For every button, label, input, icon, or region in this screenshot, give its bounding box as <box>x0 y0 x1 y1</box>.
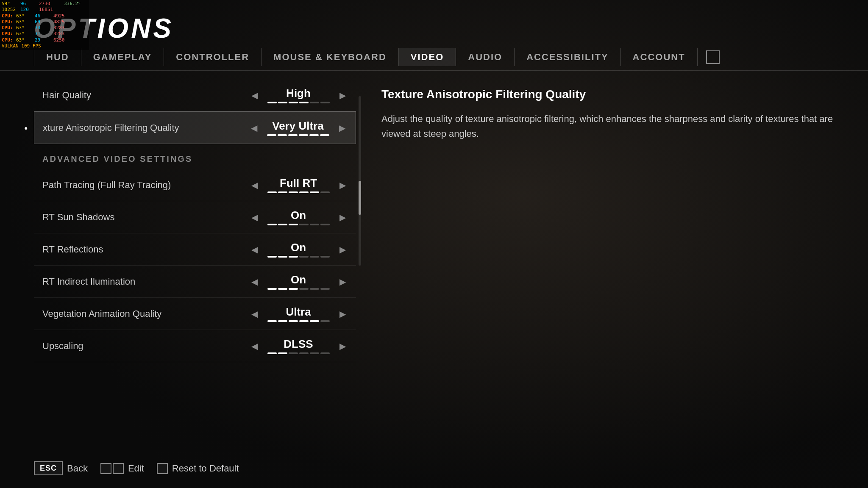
page-title: OPTIONS <box>34 13 868 44</box>
bar-seg <box>289 352 298 354</box>
bar-seg <box>310 256 319 258</box>
setting-value-hair-quality: High <box>286 87 311 100</box>
arrow-left-vegetation[interactable]: ◀ <box>249 309 259 319</box>
setting-value-path-tracing: Full RT <box>280 177 317 190</box>
bar-seg <box>299 224 309 225</box>
bar-seg <box>299 102 309 103</box>
nav-item-gameplay[interactable]: GAMEPLAY <box>81 48 164 66</box>
reset-key-square <box>157 463 168 474</box>
bar-seg <box>320 224 330 225</box>
setting-label-rt-sun-shadows: RT Sun Shadows <box>42 212 249 223</box>
bar-seg <box>278 102 287 103</box>
setting-row-hair-quality[interactable]: Hair Quality ◀ High ▶ <box>34 79 356 111</box>
setting-row-path-tracing[interactable]: Path Tracing (Full Ray Tracing) ◀ Full R… <box>34 169 356 201</box>
nav-item-controller[interactable]: CONTROLLER <box>164 48 262 66</box>
bar-seg <box>309 134 319 136</box>
bar-seg <box>299 191 309 193</box>
arrow-right-rt-indirect[interactable]: ▶ <box>337 277 348 287</box>
bar-seg <box>320 102 330 103</box>
setting-control-vegetation: ◀ Ultra ▶ <box>249 305 348 322</box>
bar-seg <box>310 224 319 225</box>
description-panel: Texture Anisotropic Filtering Quality Ad… <box>356 79 868 488</box>
value-bar-vegetation <box>267 320 330 322</box>
arrow-left-rt-indirect[interactable]: ◀ <box>249 277 259 287</box>
setting-value-texture-aniso: Very Ultra <box>272 119 323 133</box>
value-bar-rt-indirect <box>267 288 330 290</box>
nav-item-video[interactable]: VIDEO <box>399 48 456 66</box>
bar-seg <box>299 256 309 258</box>
value-bar-rt-sun-shadows <box>267 224 330 225</box>
value-wrapper-path-tracing: Full RT <box>264 177 332 193</box>
setting-row-vegetation[interactable]: Vegetation Animation Quality ◀ Ultra <box>34 298 356 330</box>
bar-seg <box>278 134 287 136</box>
setting-label-rt-reflections: RT Reflections <box>42 244 249 255</box>
arrow-left-rt-reflections[interactable]: ◀ <box>249 244 259 255</box>
value-wrapper-rt-sun-shadows: On <box>264 209 332 225</box>
edit-label: Edit <box>128 463 144 474</box>
edit-key-square-1 <box>100 463 111 474</box>
setting-control-path-tracing: ◀ Full RT ▶ <box>249 177 348 193</box>
nav-bar: HUD GAMEPLAY CONTROLLER MOUSE & KEYBOARD… <box>0 44 868 71</box>
nav-item-accessibility[interactable]: ACCESSIBILITY <box>515 48 620 66</box>
bar-seg <box>320 352 330 354</box>
arrow-right-path-tracing[interactable]: ▶ <box>337 180 348 190</box>
arrow-left-texture-aniso[interactable]: ◀ <box>249 123 259 133</box>
reset-label: Reset to Default <box>172 463 239 474</box>
scroll-bar[interactable] <box>359 96 361 266</box>
bar-seg <box>299 352 309 354</box>
bar-seg <box>310 191 319 193</box>
bottom-bar: ESC Back Edit Reset to Default <box>0 449 868 488</box>
bar-seg <box>267 352 277 354</box>
arrow-right-hair-quality[interactable]: ▶ <box>337 90 348 100</box>
setting-control-rt-reflections: ◀ On ▶ <box>249 241 348 258</box>
arrow-right-upscaling[interactable]: ▶ <box>337 341 348 351</box>
esc-key-badge: ESC <box>34 461 63 475</box>
settings-panel: Hair Quality ◀ High ▶ <box>34 79 356 488</box>
bar-seg <box>320 256 330 258</box>
nav-item-mouse-keyboard[interactable]: MOUSE & KEYBOARD <box>262 48 399 66</box>
arrow-left-rt-sun-shadows[interactable]: ◀ <box>249 212 259 222</box>
value-wrapper-upscaling: DLSS <box>264 338 332 354</box>
main-content: OPTIONS HUD GAMEPLAY CONTROLLER MOUSE & … <box>0 0 868 488</box>
bar-seg <box>289 288 298 290</box>
bar-seg <box>267 191 277 193</box>
arrow-right-texture-aniso[interactable]: ▶ <box>337 123 347 133</box>
setting-row-texture-aniso[interactable]: xture Anisotropic Filtering Quality ◀ Ve… <box>34 111 356 144</box>
setting-control-texture-aniso: ◀ Very Ultra ▶ <box>249 119 347 136</box>
bar-seg <box>278 191 287 193</box>
scroll-thumb[interactable] <box>359 181 361 215</box>
nav-extra-checkbox[interactable] <box>706 50 720 64</box>
setting-row-rt-sun-shadows[interactable]: RT Sun Shadows ◀ On ▶ <box>34 201 356 233</box>
nav-item-hud[interactable]: HUD <box>34 48 81 66</box>
title-bar: OPTIONS <box>0 0 868 44</box>
bar-seg <box>320 191 330 193</box>
bar-seg <box>267 288 277 290</box>
bar-seg <box>278 256 287 258</box>
bar-seg <box>289 191 298 193</box>
setting-row-rt-reflections[interactable]: RT Reflections ◀ On ▶ <box>34 233 356 266</box>
nav-item-account[interactable]: ACCOUNT <box>621 48 698 66</box>
bar-seg <box>310 102 319 103</box>
setting-label-hair-quality: Hair Quality <box>42 90 249 101</box>
bar-seg <box>267 320 277 322</box>
arrow-left-path-tracing[interactable]: ◀ <box>249 180 259 190</box>
arrow-right-rt-sun-shadows[interactable]: ▶ <box>337 212 348 222</box>
setting-control-rt-indirect: ◀ On ▶ <box>249 273 348 290</box>
bar-seg <box>320 320 330 322</box>
setting-row-rt-indirect[interactable]: RT Indirect Ilumination ◀ On <box>34 266 356 298</box>
setting-label-upscaling: Upscaling <box>42 341 249 352</box>
value-wrapper-rt-reflections: On <box>264 241 332 258</box>
arrow-right-rt-reflections[interactable]: ▶ <box>337 244 348 255</box>
setting-control-upscaling: ◀ DLSS ▶ <box>249 338 348 354</box>
setting-row-upscaling[interactable]: Upscaling ◀ DLSS ▶ <box>34 330 356 362</box>
setting-value-upscaling: DLSS <box>284 338 313 351</box>
advanced-section-header: ADVANCED VIDEO SETTINGS <box>34 144 356 169</box>
arrow-left-hair-quality[interactable]: ◀ <box>249 90 259 100</box>
nav-item-audio[interactable]: AUDIO <box>456 48 515 66</box>
arrow-right-vegetation[interactable]: ▶ <box>337 309 348 319</box>
bar-seg <box>310 288 319 290</box>
bar-seg <box>278 288 287 290</box>
value-wrapper-rt-indirect: On <box>264 273 332 290</box>
bar-seg <box>310 320 319 322</box>
arrow-left-upscaling[interactable]: ◀ <box>249 341 259 351</box>
